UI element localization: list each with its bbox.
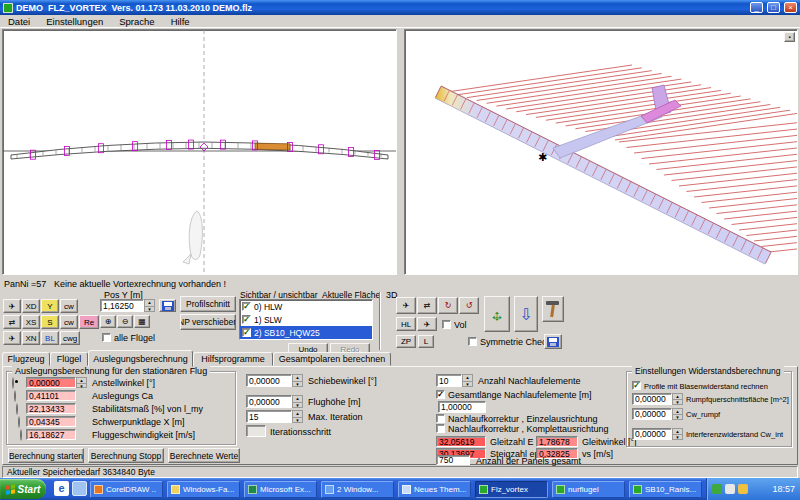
stabilitaet-field[interactable]: 22,13433 [26, 403, 76, 414]
auslegungs-ca-radio[interactable] [14, 390, 16, 402]
auslegungs-ca-field[interactable]: 0,41101 [26, 390, 76, 401]
task-windows-fa[interactable]: Windows-Fa... [167, 481, 240, 498]
zp-button[interactable]: ZP [396, 335, 416, 348]
menu-datei[interactable]: Datei [0, 15, 38, 28]
save-view-button[interactable] [159, 299, 176, 312]
pos-y-field[interactable]: 1,16250 [100, 299, 144, 312]
tab-gesamtpolaren[interactable]: Gesamtpolaren berechnen [273, 352, 391, 366]
title-bar[interactable]: DEMO FLZ_VORTEX Vers. 01.173 11.03.2010 … [0, 0, 800, 15]
cw-rumpf-spinner[interactable] [672, 408, 683, 420]
nachlauf-field[interactable]: 10 [436, 374, 462, 387]
view-corner-button[interactable]: ▪ [784, 32, 795, 42]
xd-button[interactable]: XD [22, 299, 40, 313]
rumpfquerschnitt-field[interactable]: 0,00000 [632, 393, 672, 405]
anstellwinkel-field[interactable]: 0,00000 [26, 377, 76, 388]
y-button[interactable]: Y [41, 299, 59, 313]
panels-field[interactable]: 750 [436, 455, 470, 465]
surface-row-slw[interactable]: ✓ 1) SLW [240, 313, 372, 326]
re-button[interactable]: Re [79, 315, 99, 329]
vol-checkbox[interactable] [442, 320, 451, 329]
nachlauf-spinner[interactable] [462, 374, 473, 387]
surface-listbox[interactable]: ✓ 0) HLW ✓ 1) SLW ✓ 2) SB10_HQW25 [239, 299, 373, 340]
minimize-button[interactable]: _ [750, 2, 763, 13]
blasen-checkbox[interactable]: ✓ [632, 381, 641, 390]
surface-row-sb10[interactable]: ✓ 2) SB10_HQW25 [240, 326, 372, 339]
swap-view-button[interactable]: ⇄ [3, 315, 21, 329]
gesamtlaenge-checkbox[interactable]: ✓ [436, 390, 445, 399]
start-button[interactable]: Start [0, 479, 46, 499]
rotate-ccw-button[interactable]: ↺ [459, 297, 479, 314]
zoom-in-button[interactable]: ⊕ [100, 315, 116, 328]
front-view-canvas[interactable] [3, 30, 396, 274]
maximize-button[interactable]: □ [767, 2, 780, 13]
schwerpunkt-radio[interactable] [18, 416, 20, 428]
berechnung-stopp-button[interactable]: Berechnung Stopp [88, 448, 164, 463]
tab-auslegungsberechnung[interactable]: Auslegungsberechnung [88, 350, 193, 367]
flughoehe-spinner[interactable] [292, 395, 303, 408]
plane-small-button[interactable]: ✈ [417, 317, 437, 331]
hl-button[interactable]: HL [396, 317, 416, 331]
gesamtlaenge-field[interactable]: 1,00000 [438, 401, 486, 413]
pan-button[interactable]: ↔ ↕ [484, 296, 510, 332]
xn-button[interactable]: XN [22, 331, 40, 345]
quicklaunch-ie-icon[interactable]: e [54, 481, 69, 496]
task-sb10-ranis[interactable]: SB10_Ranis... [629, 481, 702, 498]
korrektur1-checkbox[interactable] [436, 414, 445, 423]
quicklaunch-desktop-icon[interactable] [72, 481, 87, 496]
rebuild-button[interactable] [542, 296, 564, 322]
close-button[interactable]: × [784, 2, 797, 13]
cw-int-field[interactable]: 0,00000 [632, 428, 672, 440]
task-neues-them[interactable]: Neues Them... [398, 481, 471, 498]
cw-rumpf-field[interactable]: 0,00000 [632, 408, 672, 420]
menu-sprache[interactable]: Sprache [111, 15, 162, 28]
bl-button[interactable]: BL [41, 331, 59, 345]
front-view-panel[interactable] [2, 29, 397, 275]
task-coreldraw[interactable]: CorelDRAW .. [90, 481, 163, 498]
cw2-button[interactable]: cw [60, 315, 78, 329]
berechnung-starten-button[interactable]: Berechnung starten [8, 448, 84, 463]
flughoehe-field[interactable]: 0,00000 [246, 395, 292, 408]
profilschnitt-button[interactable]: Profilschnitt [180, 296, 236, 312]
plane-view-button[interactable]: ✈ [3, 299, 21, 313]
geschwindigkeit-radio[interactable] [20, 429, 22, 441]
plane-3d-button[interactable]: ✈ [396, 297, 416, 314]
save-3d-button[interactable] [544, 334, 562, 349]
menu-hilfe[interactable]: Hilfe [163, 15, 198, 28]
schwerpunkt-field[interactable]: 0,04345 [26, 416, 76, 427]
tab-fluegel[interactable]: Flügel [50, 352, 88, 366]
zoom-out-button[interactable]: ⊖ [117, 315, 133, 328]
tray-shield-icon[interactable] [712, 484, 722, 494]
pos-y-spinner[interactable] [144, 299, 155, 312]
l-button[interactable]: L [418, 335, 434, 348]
rumpfquerschnitt-spinner[interactable] [672, 393, 683, 405]
schiebewinkel-field[interactable]: 0,00000 [246, 374, 292, 387]
s-button[interactable]: S [41, 315, 59, 329]
berechnete-werte-button[interactable]: Berechnete Werte [168, 448, 240, 463]
rotate-cw-button[interactable]: ↻ [438, 297, 458, 314]
task-window-group[interactable]: 2 Window... [321, 481, 394, 498]
korrektur2-checkbox[interactable] [436, 424, 445, 433]
task-microsoft-ex[interactable]: Microsoft Ex... [244, 481, 317, 498]
anstellwinkel-radio[interactable] [12, 377, 14, 389]
view-splitter[interactable] [397, 29, 404, 275]
anstellwinkel-spinner[interactable] [76, 377, 87, 388]
max-iteration-spinner[interactable] [292, 410, 303, 423]
task-flz-vortex[interactable]: Flz_vortex [475, 481, 548, 498]
cwg-button[interactable]: cwg [60, 331, 80, 345]
max-iteration-field[interactable]: 15 [246, 410, 292, 423]
alle-fluegel-checkbox[interactable] [102, 333, 111, 342]
tray-volume-icon[interactable] [725, 484, 735, 494]
tray-update-icon[interactable] [738, 484, 748, 494]
drop-view-button[interactable]: ⇩ [514, 296, 538, 332]
grid-button[interactable]: ▦ [134, 315, 150, 328]
plane-view2-button[interactable]: ✈ [3, 331, 21, 345]
three-d-view-panel[interactable]: ✱ ▪ [404, 29, 798, 275]
three-d-view-canvas[interactable]: ✱ [405, 30, 797, 274]
surface-slw-checkbox[interactable]: ✓ [242, 315, 251, 324]
menu-einstellungen[interactable]: Einstellungen [38, 15, 111, 28]
geschwindigkeit-field[interactable]: 16,18627 [26, 429, 76, 440]
cw-int-spinner[interactable] [672, 428, 683, 440]
task-nurfluegel[interactable]: nurflugel [552, 481, 625, 498]
symmetrie-checkbox[interactable] [468, 337, 477, 346]
tab-hilfsprogramme[interactable]: Hilfsprogramme [193, 352, 273, 366]
